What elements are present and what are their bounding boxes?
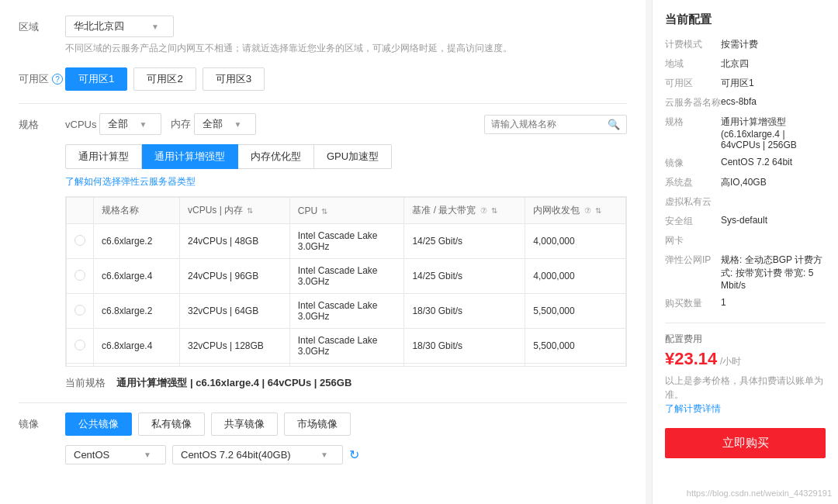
packets-cell: 5,500,000 xyxy=(525,329,626,364)
image-tab-market[interactable]: 市场镜像 xyxy=(284,413,351,436)
spec-table-wrapper: 规格名称 vCPUs | 内存 ⇅ CPU ⇅ 基准 / 最大带宽 ⑦ ⇅ 内网… xyxy=(65,196,627,367)
col-header-cpu: CPU ⇅ xyxy=(289,198,404,224)
vcpu-dropdown[interactable]: 全部 ▼ xyxy=(99,113,161,135)
table-row[interactable]: c6.6xlarge.2 24vCPUs | 48GB Intel Cascad… xyxy=(67,224,626,259)
az-btn-2[interactable]: 可用区2 xyxy=(133,67,196,91)
sidebar-title: 当前配置 xyxy=(665,12,826,27)
spec-name-cell: c6.16xlarge.2 xyxy=(94,364,180,368)
vcpu-arrow: ▼ xyxy=(140,120,147,129)
region-label: 区域 xyxy=(19,16,65,34)
config-key: 网卡 xyxy=(665,234,721,247)
config-row: 镜像CentOS 7.2 64bit xyxy=(665,157,826,170)
current-spec-label: 当前规格 xyxy=(65,377,106,388)
vcpu-mem-cell: 32vCPUs | 64GB xyxy=(180,294,290,329)
config-key: 系统盘 xyxy=(665,176,721,189)
table-row[interactable]: c6.6xlarge.4 24vCPUs | 96GB Intel Cascad… xyxy=(67,259,626,294)
price-note: 以上是参考价格，具体扣费请以账单为准。 了解计费详情 xyxy=(665,374,826,416)
az-group: 可用区1 可用区2 可用区3 xyxy=(65,67,627,91)
config-value xyxy=(721,234,826,247)
config-row: 云服务器名称ecs-8bfa xyxy=(665,96,826,109)
config-value: CentOS 7.2 64bit xyxy=(721,157,826,170)
config-key: 规格 xyxy=(665,116,721,150)
config-value: 可用区1 xyxy=(721,77,826,90)
region-hint: 不同区域的云服务产品之间内网互不相通；请就近选择靠近您业务的区域，可减少网络时延… xyxy=(65,42,627,55)
config-key: 可用区 xyxy=(665,77,721,90)
config-value: ecs-8bfa xyxy=(721,96,826,109)
spec-tab-gpu[interactable]: GPU加速型 xyxy=(314,144,392,169)
col-header-packets: 内网收发包 ⑦ ⇅ xyxy=(525,198,626,224)
bandwidth-cell: 14/25 Gbit/s xyxy=(404,259,525,294)
price-section: 配置费用 ¥23.14 /小时 以上是参考价格，具体扣费请以账单为准。 了解计费… xyxy=(665,323,826,458)
search-icon: 🔍 xyxy=(608,119,620,130)
spec-table: 规格名称 vCPUs | 内存 ⇅ CPU ⇅ 基准 / 最大带宽 ⑦ ⇅ 内网… xyxy=(66,197,626,367)
config-key: 虚拟私有云 xyxy=(665,195,721,209)
buy-button[interactable]: 立即购买 xyxy=(665,428,826,458)
current-spec-value: 通用计算增强型 | c6.16xlarge.4 | 64vCPUs | 256G… xyxy=(116,377,351,388)
config-row: 购买数量1 xyxy=(665,297,826,310)
config-key: 云服务器名称 xyxy=(665,96,721,109)
spec-name-cell: c6.6xlarge.2 xyxy=(94,224,180,259)
vcpu-value: 全部 xyxy=(108,117,128,131)
radio-cell[interactable] xyxy=(67,224,94,259)
packets-cell: 10,000,000 xyxy=(525,364,626,368)
cpu-cell: Intel Cascade Lake 3.0GHz xyxy=(289,259,404,294)
az-btn-1[interactable]: 可用区1 xyxy=(65,67,127,91)
radio-cell[interactable] xyxy=(67,364,94,368)
vcpu-mem-cell: 24vCPUs | 48GB xyxy=(180,224,290,259)
config-value: 高IO,40GB xyxy=(721,176,826,189)
os-dropdown[interactable]: CentOS ▼ xyxy=(65,445,166,464)
refresh-icon[interactable]: ↻ xyxy=(349,447,359,462)
config-row: 计费模式按需计费 xyxy=(665,38,826,51)
image-tab-shared[interactable]: 共享镜像 xyxy=(211,413,278,436)
cpu-cell: Intel Cascade Lake 3.0GHz xyxy=(289,364,404,368)
config-value: 1 xyxy=(721,297,826,310)
col-header-vcpu-mem: vCPUs | 内存 ⇅ xyxy=(180,198,290,224)
config-row: 规格通用计算增强型(c6.16xlarge.4 | 64vCPUs | 256G… xyxy=(665,116,826,150)
spec-tab-mem-opt[interactable]: 内存优化型 xyxy=(238,144,314,169)
spec-link[interactable]: 了解如何选择弹性云服务器类型 xyxy=(65,175,627,188)
price-link[interactable]: 了解计费详情 xyxy=(665,403,721,414)
mem-dropdown[interactable]: 全部 ▼ xyxy=(194,113,256,135)
price-unit: /小时 xyxy=(720,356,741,367)
config-key: 弹性公网IP xyxy=(665,254,721,291)
mem-arrow: ▼ xyxy=(234,120,242,129)
current-spec-row: 当前规格 通用计算增强型 | c6.16xlarge.4 | 64vCPUs |… xyxy=(65,376,627,390)
spec-tab-general[interactable]: 通用计算型 xyxy=(65,144,142,169)
os-value: CentOS xyxy=(74,449,109,461)
az-help-icon[interactable]: ? xyxy=(52,74,63,85)
spec-search-box[interactable]: 🔍 xyxy=(484,115,627,134)
os-version-value: CentOS 7.2 64bit(40GB) xyxy=(181,449,291,461)
table-row[interactable]: c6.8xlarge.2 32vCPUs | 64GB Intel Cascad… xyxy=(67,294,626,329)
sidebar: 当前配置 计费模式按需计费地域北京四可用区可用区1云服务器名称ecs-8bfa规… xyxy=(652,0,838,504)
image-tab-private[interactable]: 私有镜像 xyxy=(138,413,205,436)
region-value: 华北北京四 xyxy=(74,19,124,33)
region-dropdown[interactable]: 华北北京四 ▼ xyxy=(65,16,174,37)
spec-search-input[interactable] xyxy=(491,119,608,129)
image-label: 镜像 xyxy=(19,413,65,431)
az-btn-3[interactable]: 可用区3 xyxy=(203,67,265,91)
radio-cell[interactable] xyxy=(67,294,94,329)
spec-tab-general-enhanced[interactable]: 通用计算增强型 xyxy=(142,144,238,169)
config-row: 弹性公网IP规格: 全动态BGP 计费方式: 按带宽计费 带宽: 5 Mbit/… xyxy=(665,254,826,291)
table-row[interactable]: c6.16xlarge.2 64vCPUs | 128GB Intel Casc… xyxy=(67,364,626,368)
config-value: 规格: 全动态BGP 计费方式: 按带宽计费 带宽: 5 Mbit/s xyxy=(721,254,826,291)
os-arrow: ▼ xyxy=(144,450,151,459)
image-tabs: 公共镜像 私有镜像 共享镜像 市场镜像 xyxy=(65,413,627,436)
image-tab-public[interactable]: 公共镜像 xyxy=(65,413,132,436)
os-version-dropdown[interactable]: CentOS 7.2 64bit(40GB) ▼ xyxy=(172,445,343,464)
config-row: 地域北京四 xyxy=(665,57,826,71)
table-row[interactable]: c6.8xlarge.4 32vCPUs | 128GB Intel Casca… xyxy=(67,329,626,364)
radio-cell[interactable] xyxy=(67,259,94,294)
spec-name-cell: c6.8xlarge.2 xyxy=(94,294,180,329)
os-version-arrow: ▼ xyxy=(320,450,328,459)
bandwidth-cell: 14/25 Gbit/s xyxy=(404,224,525,259)
cpu-cell: Intel Cascade Lake 3.0GHz xyxy=(289,329,404,364)
radio-cell[interactable] xyxy=(67,329,94,364)
col-header-radio xyxy=(67,198,94,224)
config-value: Sys-default xyxy=(721,215,826,228)
config-row: 虚拟私有云 xyxy=(665,195,826,209)
mem-filter-label: 内存 xyxy=(171,117,191,131)
spec-name-cell: c6.6xlarge.4 xyxy=(94,259,180,294)
bandwidth-cell: 36/40 Gbit/s xyxy=(404,364,525,368)
config-value xyxy=(721,195,826,209)
